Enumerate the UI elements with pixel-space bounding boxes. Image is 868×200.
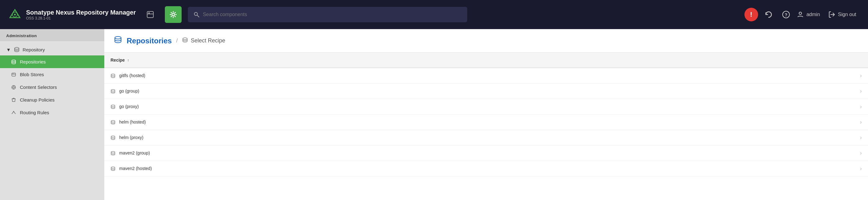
signout-label: Sign out	[838, 12, 856, 17]
table-row[interactable]: helm (proxy)›	[104, 130, 868, 146]
breadcrumb-sub-label: Select Recipe	[191, 37, 225, 44]
row-recipe-cell: gitlfs (hosted)	[104, 68, 849, 84]
row-arrow-cell[interactable]: ›	[849, 115, 868, 130]
svg-point-33	[111, 167, 115, 168]
svg-point-28	[111, 89, 115, 91]
row-arrow-cell[interactable]: ›	[849, 84, 868, 99]
sidebar-item-repositories-label: Repositories	[20, 59, 45, 65]
sidebar-group-repository[interactable]: ▼ Repository	[0, 44, 104, 55]
sidebar-item-content-selectors[interactable]: Content Selectors	[0, 81, 104, 93]
signout-icon	[828, 11, 835, 18]
browse-icon	[146, 10, 155, 19]
user-icon	[797, 11, 804, 18]
col-actions	[849, 53, 868, 68]
row-recipe-name: go (group)	[119, 88, 140, 93]
row-db-icon	[111, 166, 116, 171]
row-arrow-cell[interactable]: ›	[849, 130, 868, 146]
col-recipe-label: Recipe	[111, 57, 125, 63]
row-recipe-name: gitlfs (hosted)	[119, 73, 145, 78]
sidebar-item-content-selectors-label: Content Selectors	[20, 84, 57, 90]
sidebar-section-label: Administration	[0, 29, 104, 41]
row-db-icon	[111, 89, 116, 94]
sidebar-item-blob-stores[interactable]: Blob Stores	[0, 68, 104, 81]
svg-rect-4	[148, 12, 150, 14]
svg-point-16	[13, 73, 14, 74]
nav-right-group: ! ? admin Sign out	[744, 8, 861, 22]
svg-line-7	[197, 15, 199, 17]
refresh-icon	[764, 10, 773, 19]
alert-icon[interactable]: !	[744, 8, 758, 22]
sidebar-group-arrow: ▼	[6, 47, 11, 52]
row-recipe-cell: go (proxy)	[104, 99, 849, 115]
search-bar[interactable]	[188, 7, 467, 22]
row-db-icon	[111, 73, 116, 78]
row-arrow-cell[interactable]: ›	[849, 161, 868, 176]
row-recipe-name: go (proxy)	[119, 104, 139, 109]
user-menu[interactable]: admin	[797, 11, 820, 18]
svg-point-11	[14, 47, 19, 49]
row-recipe-name: helm (hosted)	[119, 120, 146, 124]
breadcrumb-sub: Select Recipe	[182, 37, 225, 45]
table-row[interactable]: maven2 (hosted)›	[104, 161, 868, 176]
sidebar-item-routing-rules[interactable]: Routing Rules	[0, 106, 104, 119]
recipe-table-wrapper: Recipe ↑ gitlfs (hosted)› go (group)› go…	[104, 53, 868, 200]
repositories-icon	[11, 59, 16, 65]
svg-rect-3	[147, 11, 153, 17]
sort-asc-icon: ↑	[127, 58, 129, 63]
settings-button[interactable]	[165, 6, 182, 23]
svg-point-24	[13, 111, 14, 112]
browse-button[interactable]	[142, 6, 159, 23]
blob-stores-icon	[11, 72, 16, 77]
sidebar-repository-group: ▼ Repository Repositories	[0, 41, 104, 121]
row-arrow-cell[interactable]: ›	[849, 99, 868, 115]
svg-point-30	[111, 120, 115, 122]
nexus-logo-svg	[9, 8, 21, 21]
svg-point-10	[799, 12, 802, 14]
signout-button[interactable]: Sign out	[824, 8, 861, 21]
breadcrumb-title[interactable]: Repositories	[127, 37, 172, 45]
sidebar-item-cleanup-policies[interactable]: Cleanup Policies	[0, 93, 104, 106]
user-label: admin	[807, 12, 820, 17]
table-row[interactable]: go (proxy)›	[104, 99, 868, 115]
app-title-block: Sonatype Nexus Repository Manager OSS 3.…	[26, 9, 136, 21]
top-nav: Sonatype Nexus Repository Manager OSS 3.…	[0, 0, 868, 29]
svg-point-2	[14, 14, 16, 15]
row-recipe-name: maven2 (group)	[119, 151, 150, 155]
row-recipe-cell: maven2 (group)	[104, 146, 849, 161]
app-name: Sonatype Nexus Repository Manager	[26, 9, 136, 16]
app-logo: Sonatype Nexus Repository Manager OSS 3.…	[7, 7, 136, 22]
search-input[interactable]	[203, 12, 462, 17]
col-recipe[interactable]: Recipe ↑	[104, 53, 849, 68]
row-recipe-cell: helm (hosted)	[104, 115, 849, 130]
row-arrow-cell[interactable]: ›	[849, 68, 868, 84]
row-recipe-cell: maven2 (hosted)	[104, 161, 849, 176]
svg-point-5	[172, 13, 175, 16]
breadcrumb-sub-icon	[182, 37, 188, 45]
row-arrow-cell[interactable]: ›	[849, 146, 868, 161]
sidebar-item-cleanup-policies-label: Cleanup Policies	[20, 97, 55, 103]
row-db-icon	[111, 120, 116, 125]
table-body: gitlfs (hosted)› go (group)› go (proxy)›…	[104, 68, 868, 176]
gear-icon	[169, 10, 178, 19]
table-row[interactable]: maven2 (group)›	[104, 146, 868, 161]
row-db-icon	[111, 135, 116, 140]
repository-group-icon	[14, 47, 20, 52]
main-layout: Administration ▼ Repository Repositories	[0, 29, 868, 200]
svg-point-29	[111, 105, 115, 107]
table-header-row: Recipe ↑	[104, 53, 868, 68]
help-button[interactable]: ?	[779, 8, 793, 22]
table-row[interactable]: gitlfs (hosted)›	[104, 68, 868, 84]
help-icon: ?	[782, 10, 790, 19]
breadcrumb-sub-repo-icon	[182, 37, 188, 43]
row-recipe-cell: go (group)	[104, 84, 849, 99]
table-row[interactable]: helm (hosted)›	[104, 115, 868, 130]
breadcrumb-separator: /	[176, 37, 178, 44]
sidebar-item-repositories[interactable]: Repositories	[0, 55, 104, 68]
breadcrumb: Repositories / Select Recipe	[104, 29, 868, 53]
refresh-button[interactable]	[762, 8, 775, 22]
sidebar: Administration ▼ Repository Repositories	[0, 29, 104, 200]
row-recipe-name: helm (proxy)	[119, 135, 144, 140]
row-db-icon	[111, 104, 116, 109]
routing-rules-icon	[11, 110, 16, 115]
table-row[interactable]: go (group)›	[104, 84, 868, 99]
